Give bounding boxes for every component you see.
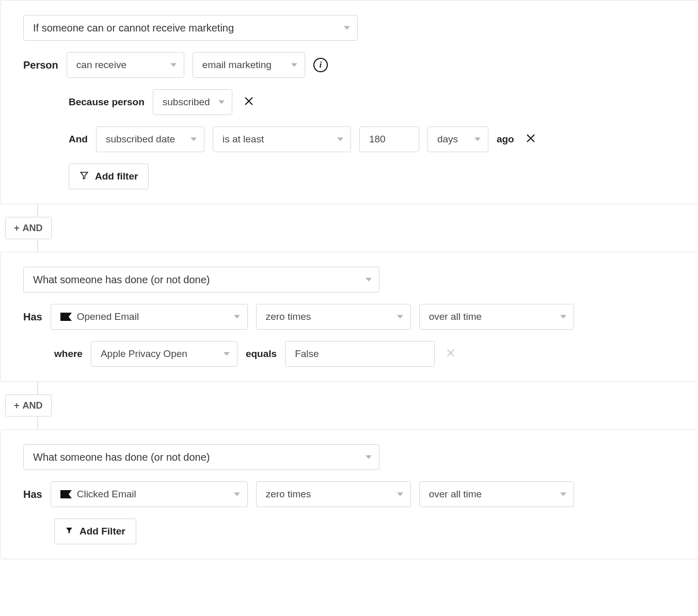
chevron-down-icon [474, 138, 481, 141]
chevron-down-icon [218, 101, 225, 104]
chevron-down-icon [366, 278, 372, 282]
count-value: zero times [266, 489, 311, 500]
where-value: False [295, 348, 319, 360]
condition-type-label: What someone has done (or not done) [33, 451, 210, 463]
filter-icon [80, 171, 89, 183]
unit-select[interactable]: days [427, 126, 488, 152]
add-filter-button[interactable]: Add filter [69, 164, 149, 189]
flag-icon [60, 490, 72, 498]
plus-icon: + [14, 400, 20, 411]
count-value: zero times [266, 311, 311, 322]
days-value: 180 [369, 134, 386, 145]
timeframe-value: over all time [429, 311, 482, 322]
date-field-value: subscribed date [106, 134, 175, 145]
days-input[interactable]: 180 [359, 126, 419, 152]
where-field-select[interactable]: Apple Privacy Open [91, 341, 237, 367]
because-label: Because person [69, 96, 145, 108]
channel-value: email marketing [202, 59, 272, 71]
metric-value: Clicked Email [77, 489, 136, 500]
equals-label: equals [246, 348, 277, 360]
chevron-down-icon [344, 26, 350, 30]
receive-select[interactable]: can receive [67, 52, 184, 78]
person-label: Person [23, 59, 58, 71]
channel-select[interactable]: email marketing [193, 52, 305, 78]
timeframe-select[interactable]: over all time [419, 481, 574, 507]
chevron-down-icon [397, 493, 403, 496]
flag-icon [60, 313, 72, 321]
chevron-down-icon [397, 315, 403, 319]
timeframe-select[interactable]: over all time [419, 304, 574, 330]
close-icon [446, 348, 455, 358]
reason-value: subscribed [163, 96, 210, 108]
close-icon [244, 96, 254, 106]
metric-select[interactable]: Clicked Email [51, 481, 248, 507]
chevron-down-icon [560, 493, 566, 496]
chevron-down-icon [170, 63, 177, 67]
has-label: Has [23, 311, 42, 323]
add-filter-label: Add Filter [80, 526, 125, 537]
and-pill-label: AND [23, 223, 43, 234]
count-select[interactable]: zero times [256, 481, 411, 507]
reason-select[interactable]: subscribed [153, 89, 232, 115]
receive-value: can receive [76, 59, 126, 71]
has-label: Has [23, 489, 42, 500]
count-select[interactable]: zero times [256, 304, 411, 330]
chevron-down-icon [191, 138, 197, 141]
add-filter-label: Add filter [95, 171, 138, 182]
where-field-value: Apple Privacy Open [101, 348, 187, 360]
where-label: where [54, 348, 83, 360]
add-and-button[interactable]: + AND [5, 217, 52, 239]
timeframe-value: over all time [429, 489, 482, 500]
filter-icon [65, 526, 73, 537]
date-field-select[interactable]: subscribed date [96, 126, 204, 152]
chevron-down-icon [234, 493, 240, 496]
chevron-down-icon [291, 63, 297, 67]
date-operator-select[interactable]: is at least [213, 126, 351, 152]
condition-type-select[interactable]: What someone has done (or not done) [23, 444, 379, 470]
remove-date-button[interactable] [522, 132, 539, 147]
where-value-input[interactable]: False [285, 341, 435, 367]
chevron-down-icon [560, 315, 566, 319]
condition-type-select[interactable]: What someone has done (or not done) [23, 267, 379, 293]
condition-type-label: What someone has done (or not done) [33, 274, 210, 286]
and-pill-label: AND [23, 400, 43, 411]
date-operator-value: is at least [223, 134, 264, 145]
chevron-down-icon [337, 138, 343, 141]
condition-block-3: What someone has done (or not done) Has … [0, 429, 698, 559]
add-filter-button[interactable]: Add Filter [54, 518, 136, 544]
and-label: And [69, 134, 88, 145]
chevron-down-icon [234, 315, 240, 319]
connector-1: + AND [0, 204, 698, 252]
unit-value: days [437, 134, 458, 145]
condition-block-1: If someone can or cannot receive marketi… [0, 0, 698, 204]
condition-type-select[interactable]: If someone can or cannot receive marketi… [23, 15, 358, 41]
condition-type-label: If someone can or cannot receive marketi… [33, 22, 234, 34]
connector-2: + AND [0, 382, 698, 429]
remove-reason-button[interactable] [241, 95, 257, 109]
plus-icon: + [14, 223, 20, 234]
close-icon [526, 133, 536, 143]
info-icon[interactable]: i [313, 58, 328, 72]
metric-select[interactable]: Opened Email [51, 304, 248, 330]
add-and-button[interactable]: + AND [5, 395, 52, 417]
chevron-down-icon [366, 456, 372, 459]
ago-label: ago [497, 134, 514, 145]
metric-value: Opened Email [77, 311, 139, 322]
remove-where-button[interactable] [443, 347, 458, 361]
chevron-down-icon [224, 352, 230, 356]
condition-block-2: What someone has done (or not done) Has … [0, 252, 698, 382]
